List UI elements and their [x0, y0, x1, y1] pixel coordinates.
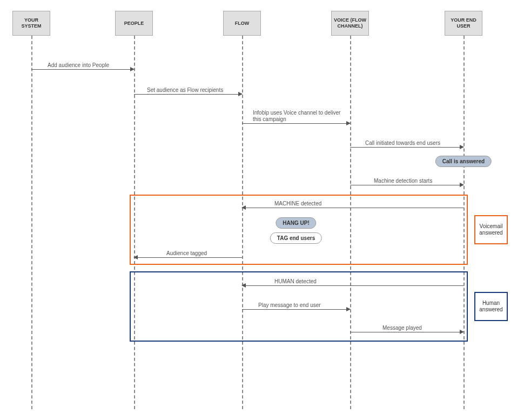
participant-label: YOUR SYSTEM [14, 17, 49, 29]
arrow-right-icon [460, 145, 464, 149]
pill-label: HANG UP! [283, 220, 309, 226]
message-label: HUMAN detected [274, 278, 317, 284]
message-line [350, 185, 463, 185]
message-label: Call initiated towards end users [365, 140, 440, 146]
pill-label: TAG end users [277, 235, 315, 241]
participant-label: YOUR END USER [446, 17, 481, 29]
pill-call-answered: Call is answered [435, 156, 492, 167]
message-line [31, 69, 134, 70]
message-line [134, 94, 242, 95]
lifeline-your-system [31, 36, 32, 409]
pill-hang-up: HANG UP! [276, 217, 316, 229]
arrow-right-icon [346, 307, 351, 311]
arrow-right-icon [460, 330, 464, 334]
message-line [242, 285, 463, 286]
message-label: Message played [382, 325, 422, 331]
message-set-recipients: Set audience as Flow recipients [134, 86, 242, 95]
participant-people: PEOPLE [115, 11, 153, 36]
message-line [242, 309, 350, 310]
message-call-initiated: Call initiated towards end users [350, 139, 463, 148]
region-label-voicemail: Voicemail answered [474, 215, 508, 244]
pill-label: Call is answered [442, 158, 485, 164]
participant-label: VOICE (FLOW CHANNEL) [333, 17, 367, 29]
message-machine-detected: MACHINE detected [242, 200, 463, 209]
participant-label: PEOPLE [124, 21, 144, 26]
message-line [242, 123, 350, 124]
arrow-left-icon [241, 283, 246, 288]
participant-label: FLOW [235, 21, 250, 26]
region-text: Voicemail answered [479, 223, 503, 237]
message-label: Machine detection starts [374, 178, 432, 184]
message-message-played: Message played [350, 324, 463, 333]
message-play-message: Play message to end user [242, 302, 350, 310]
arrow-left-icon [241, 205, 246, 210]
message-human-detected: HUMAN detected [242, 278, 463, 286]
message-label: Audience tagged [166, 250, 207, 256]
message-line [350, 332, 463, 332]
message-label: Add audience into People [48, 62, 109, 68]
participant-your-system: YOUR SYSTEM [12, 11, 50, 36]
message-label: Infobip uses Voice channel to deliver th… [253, 110, 350, 122]
message-audience-tagged: Audience tagged [134, 250, 242, 258]
region-label-human: Human answered [474, 292, 508, 321]
participant-voice: VOICE (FLOW CHANNEL) [331, 11, 369, 36]
message-uses-voice: Infobip uses Voice channel to deliver th… [242, 116, 350, 124]
message-label: Set audience as Flow recipients [147, 87, 223, 93]
region-text: Human answered [479, 300, 503, 314]
message-detection-starts: Machine detection starts [350, 177, 463, 186]
arrow-right-icon [460, 183, 464, 187]
message-line [350, 147, 463, 148]
arrow-right-icon [130, 67, 135, 71]
participant-end-user: YOUR END USER [445, 11, 482, 36]
message-label: Play message to end user [258, 302, 321, 308]
arrow-left-icon [133, 255, 138, 259]
message-add-audience: Add audience into People [31, 62, 134, 70]
message-line [134, 257, 242, 258]
pill-tag-end-users: TAG end users [270, 232, 322, 244]
message-line [242, 208, 463, 208]
arrow-right-icon [238, 92, 243, 96]
message-label: MACHINE detected [274, 201, 321, 206]
participant-flow: FLOW [223, 11, 261, 36]
